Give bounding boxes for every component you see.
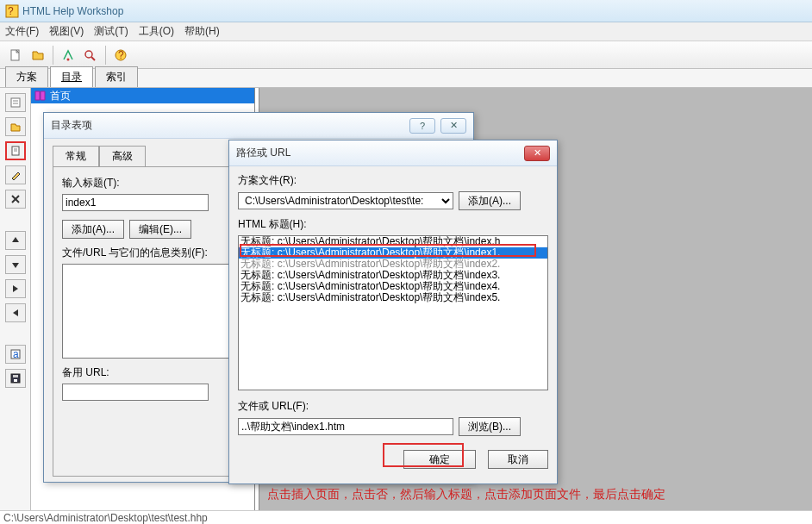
menubar: 文件(F) 视图(V) 测试(T) 工具(O) 帮助(H) — [0, 22, 812, 41]
project-file-label: 方案文件(R): — [238, 173, 548, 188]
svg-line-5 — [91, 57, 95, 60]
toolbar-separator — [53, 46, 53, 65]
open-folder-icon[interactable] — [28, 45, 48, 66]
alt-url-field[interactable] — [62, 384, 209, 401]
left-toolbar: a — [0, 88, 31, 510]
menu-tools[interactable]: 工具(O) — [139, 24, 174, 39]
window-titlebar: ? HTML Help Workshop — [0, 0, 812, 22]
file-url-label: 文件或 URL(F): — [238, 399, 548, 414]
save-icon[interactable] — [5, 369, 26, 388]
list-item[interactable]: 无标题: c:\Users\Administrator\Desktop\帮助文档… — [239, 292, 547, 303]
input-title-field[interactable] — [62, 194, 209, 211]
ok-button[interactable]: 确定 — [403, 450, 476, 469]
tab-advanced[interactable]: 高级 — [99, 146, 146, 166]
new-file-icon[interactable] — [5, 45, 26, 66]
move-down-icon[interactable] — [5, 255, 26, 274]
edit-icon[interactable] — [5, 165, 26, 184]
app-icon: ? — [5, 4, 19, 18]
view-source-icon[interactable]: a — [5, 345, 26, 364]
file-url-field[interactable] — [238, 418, 453, 435]
add-project-button[interactable]: 添加(A)... — [459, 191, 521, 210]
tab-contents[interactable]: 目录 — [50, 66, 93, 87]
close-button[interactable]: ✕ — [524, 146, 550, 161]
project-file-select[interactable]: C:\Users\Administrator\Desktop\test\te: — [238, 192, 453, 209]
svg-text:?: ? — [8, 5, 14, 17]
svg-point-4 — [85, 51, 92, 58]
svg-text:?: ? — [118, 49, 124, 61]
svg-rect-20 — [14, 379, 17, 382]
html-title-listbox[interactable]: 无标题: c:\Users\Administrator\Desktop\帮助文档… — [238, 235, 548, 390]
delete-icon[interactable] — [5, 190, 26, 209]
tree-root-label: 首页 — [50, 89, 71, 103]
dialog-toc-title: 目录表项 — [51, 118, 409, 133]
dialog-path-title: 路径或 URL — [236, 146, 524, 160]
html-title-label: HTML 标题(H): — [238, 217, 548, 232]
toolbar-separator2 — [105, 46, 106, 65]
status-text: C:\Users\Administrator\Desktop\test\test… — [3, 512, 208, 524]
annotation-text: 点击插入页面，点击否，然后输入标题，点击添加页面文件，最后点击确定 — [267, 487, 665, 502]
move-up-icon[interactable] — [5, 231, 26, 250]
help-icon[interactable]: ? — [110, 45, 131, 66]
menu-test[interactable]: 测试(T) — [94, 24, 128, 39]
move-right-icon[interactable] — [5, 279, 26, 298]
insert-heading-icon[interactable] — [5, 117, 26, 136]
add-button[interactable]: 添加(A)... — [62, 220, 124, 239]
status-bar: C:\Users\Administrator\Desktop\test\test… — [0, 510, 812, 524]
dialog-toc-titlebar: 目录表项 ? ✕ — [44, 113, 473, 139]
svg-rect-8 — [11, 98, 20, 107]
window-title: HTML Help Workshop — [22, 5, 123, 17]
menu-help[interactable]: 帮助(H) — [184, 24, 220, 39]
compile-icon[interactable] — [58, 45, 78, 66]
tree-root-item[interactable]: 首页 — [31, 88, 254, 103]
menu-view[interactable]: 视图(V) — [49, 24, 84, 39]
tab-index[interactable]: 索引 — [95, 66, 138, 87]
browse-button[interactable]: 浏览(B)... — [459, 417, 521, 436]
tab-plan[interactable]: 方案 — [5, 66, 48, 87]
toolbar: ? — [0, 41, 812, 69]
dialog-path-url: 路径或 URL ✕ 方案文件(R): C:\Users\Administrato… — [228, 140, 558, 484]
help-button[interactable]: ? — [409, 118, 435, 134]
menu-file[interactable]: 文件(F) — [5, 24, 39, 39]
svg-text:a: a — [13, 348, 19, 360]
book-icon — [34, 90, 47, 101]
properties-icon[interactable] — [5, 93, 26, 112]
svg-point-3 — [67, 58, 70, 60]
svg-rect-19 — [13, 375, 18, 377]
tab-general[interactable]: 常规 — [53, 146, 99, 166]
insert-page-icon[interactable] — [5, 141, 26, 160]
edit-button[interactable]: 编辑(E)... — [129, 220, 191, 239]
main-tabs: 方案 目录 索引 — [0, 69, 812, 88]
cancel-button[interactable]: 取消 — [488, 450, 548, 469]
view-compiled-icon[interactable] — [80, 45, 101, 66]
move-left-icon[interactable] — [5, 303, 26, 322]
dialog-path-titlebar: 路径或 URL ✕ — [229, 140, 557, 166]
close-button[interactable]: ✕ — [440, 118, 466, 134]
